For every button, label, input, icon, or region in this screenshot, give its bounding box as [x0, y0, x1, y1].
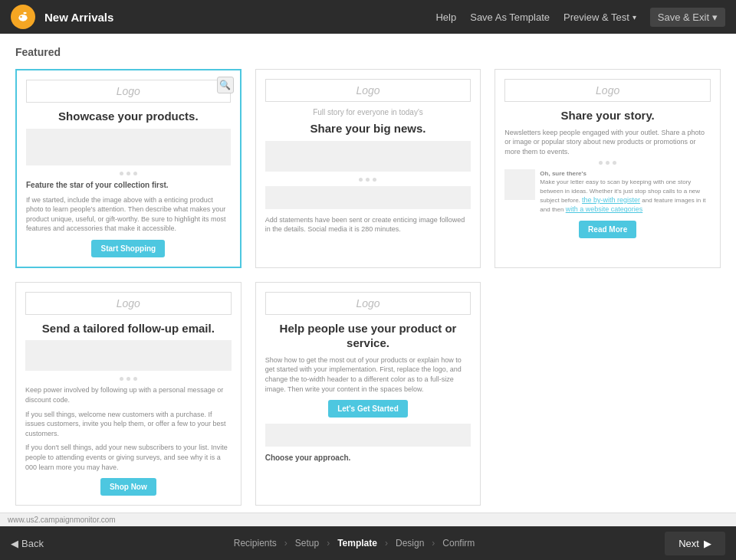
card-title-1: Showcase your products. — [26, 109, 231, 124]
step-arrow-2: › — [327, 538, 330, 549]
template-grid: 🔍 Logo Showcase your products. Feature t… — [15, 69, 721, 506]
step-setup[interactable]: Setup — [292, 536, 322, 550]
next-button[interactable]: Next ▶ — [665, 532, 725, 555]
bottom-nav: ◀ Back Recipients › Setup › Template › D… — [0, 526, 736, 560]
step-confirm[interactable]: Confirm — [439, 536, 478, 550]
step-template[interactable]: Template — [334, 536, 380, 550]
save-as-template-link[interactable]: Save As Template — [470, 11, 550, 23]
card-subtitle-2: Full story for everyone in today's — [265, 108, 472, 116]
card-inline-3: Oh, sure there's Make your letter easy t… — [504, 169, 711, 215]
save-exit-button[interactable]: Save & Exit ▾ — [650, 8, 725, 27]
template-card-4[interactable]: Logo Send a tailored follow-up email. Ke… — [15, 282, 242, 506]
step-design[interactable]: Design — [393, 536, 427, 550]
url-bar: www.us2.campaignmonitor.com — [0, 513, 736, 526]
card-image-2 — [265, 141, 472, 172]
svg-point-1 — [20, 16, 22, 18]
card-logo-3: Logo — [504, 79, 711, 102]
top-nav: New Arrivals Help Save As Template Previ… — [0, 0, 736, 34]
card-body-3: Newsletters keep people engaged with you… — [504, 128, 711, 157]
breadcrumb-steps: Recipients › Setup › Template › Design ›… — [231, 536, 478, 550]
card-image-5 — [265, 424, 472, 447]
save-exit-caret-icon: ▾ — [712, 11, 718, 23]
template-card-1[interactable]: 🔍 Logo Showcase your products. Feature t… — [15, 69, 242, 268]
card-btn-5[interactable]: Let's Get Started — [328, 400, 408, 418]
step-arrow-1: › — [284, 538, 288, 549]
card-body-bold-1: Feature the star of your collection firs… — [26, 180, 231, 191]
card-image-2b — [265, 186, 472, 209]
card-image-4 — [25, 340, 232, 371]
card-body-2: Add statements have been sent or create … — [265, 215, 472, 234]
top-nav-actions: Help Save As Template Preview & Test ▾ S… — [435, 8, 725, 27]
card-body-1: If we started, include the image above w… — [26, 195, 231, 234]
app-logo — [11, 5, 35, 29]
card-title-3: Share your story. — [504, 108, 711, 123]
card-dots-2 — [265, 178, 472, 182]
svg-point-0 — [18, 15, 27, 21]
template-card-3[interactable]: Logo Share your story. Newsletters keep … — [495, 69, 721, 268]
card-extra-5: Choose your approach. — [265, 453, 472, 463]
card-logo-5: Logo — [265, 292, 472, 315]
section-label: Featured — [15, 46, 721, 58]
card-logo-4: Logo — [25, 292, 232, 315]
page-title: New Arrivals — [44, 11, 435, 24]
card-btn-4[interactable]: Shop Now — [100, 478, 156, 496]
card-logo-1: Logo — [26, 80, 231, 103]
card-dots-3 — [504, 161, 711, 165]
step-arrow-3: › — [385, 538, 388, 549]
card-title-5: Help people use your product or service. — [265, 321, 472, 351]
next-arrow-icon: ▶ — [704, 538, 711, 549]
back-arrow-icon: ◀ — [11, 538, 18, 549]
help-link[interactable]: Help — [435, 11, 456, 23]
card-title-2: Share your big news. — [265, 121, 472, 136]
card-body-5: Show how to get the most out of your pro… — [265, 355, 472, 394]
card-body-4a: Keep power involved by following up with… — [25, 385, 232, 404]
back-button[interactable]: ◀ Back — [11, 538, 44, 549]
card-btn-1[interactable]: Start Shopping — [91, 240, 165, 257]
step-recipients[interactable]: Recipients — [231, 536, 280, 550]
card-image-1 — [26, 129, 231, 165]
template-card-2[interactable]: Logo Full story for everyone in today's … — [255, 69, 481, 268]
card-dots-4 — [25, 377, 232, 381]
search-icon[interactable]: 🔍 — [217, 77, 234, 93]
card-dots-1 — [26, 172, 231, 175]
card-inline-text-3: Oh, sure there's Make your letter easy t… — [540, 169, 711, 215]
preview-caret-icon: ▾ — [632, 13, 636, 21]
preview-test-dropdown[interactable]: Preview & Test ▾ — [564, 11, 636, 23]
card-title-4: Send a tailored follow-up email. — [25, 321, 232, 336]
card-inline-img-3 — [504, 169, 535, 200]
card-logo-2: Logo — [265, 79, 472, 102]
main-content: Featured 🔍 Logo Showcase your products. … — [0, 34, 736, 513]
step-arrow-4: › — [432, 538, 435, 549]
template-card-5[interactable]: Logo Help people use your product or ser… — [255, 282, 481, 506]
card-body-4b: If you sell things, welcome new customer… — [25, 410, 232, 439]
card-body-4c: If you don't sell things, add your new s… — [25, 443, 232, 472]
card-btn-3[interactable]: Read More — [579, 221, 636, 238]
